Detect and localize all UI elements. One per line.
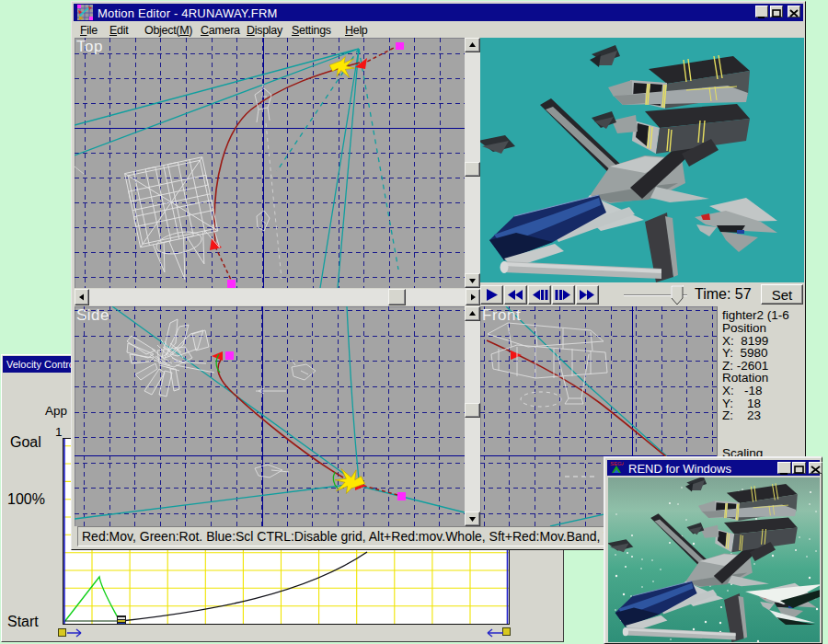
svg-text:SEGA: SEGA (610, 461, 624, 466)
